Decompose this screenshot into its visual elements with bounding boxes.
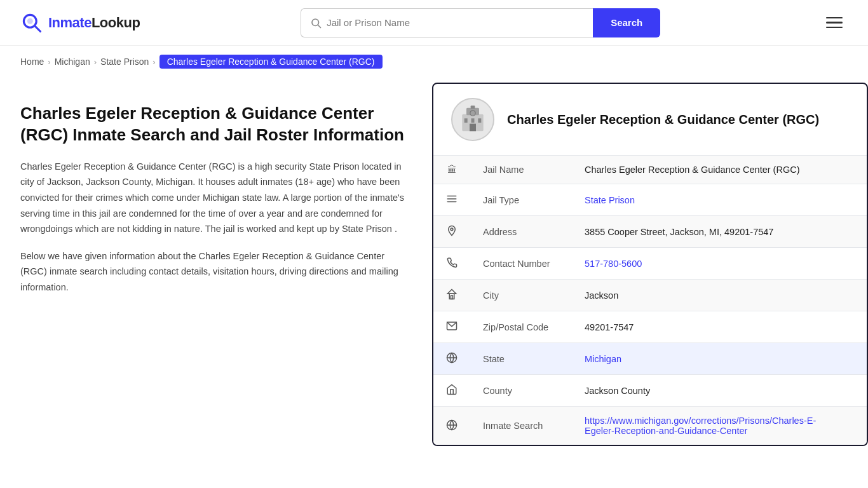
svg-marker-18	[447, 290, 456, 294]
search-icon	[310, 17, 322, 29]
row-value[interactable]: https://www.michigan.gov/corrections/Pri…	[572, 407, 867, 445]
row-label: Zip/Postal Code	[470, 311, 572, 343]
city-icon	[433, 280, 470, 311]
logo-text: InmateLookup	[48, 15, 140, 31]
row-value[interactable]: State Prison	[572, 184, 867, 216]
left-panel: Charles Egeler Reception & Guidance Cent…	[0, 78, 432, 446]
search-input-wrap	[301, 8, 593, 37]
search-globe-icon	[433, 407, 470, 445]
search-input[interactable]	[327, 17, 584, 28]
breadcrumb-sep: ›	[153, 57, 155, 67]
svg-rect-6	[466, 108, 479, 116]
phone-icon	[433, 248, 470, 280]
svg-line-1	[35, 25, 41, 31]
svg-point-3	[312, 19, 319, 26]
facility-logo	[451, 98, 494, 141]
row-label: County	[470, 375, 572, 407]
breadcrumb-michigan[interactable]: Michigan	[55, 57, 90, 67]
table-row: StateMichigan	[433, 343, 867, 375]
logo-icon	[20, 11, 43, 34]
breadcrumb-home[interactable]: Home	[20, 57, 44, 67]
location-icon	[433, 216, 470, 248]
table-row: Jail TypeState Prison	[433, 184, 867, 216]
main-content: Charles Egeler Reception & Guidance Cent…	[0, 78, 868, 471]
row-value: 3855 Cooper Street, Jackson, MI, 49201-7…	[572, 216, 867, 248]
table-row: 🏛Jail NameCharles Egeler Reception & Gui…	[433, 156, 867, 184]
svg-rect-11	[470, 124, 476, 132]
row-label: State	[470, 343, 572, 375]
jail-icon: 🏛	[433, 156, 470, 184]
row-value[interactable]: Michigan	[572, 343, 867, 375]
svg-rect-19	[449, 294, 454, 299]
row-value: Charles Egeler Reception & Guidance Cent…	[572, 156, 867, 184]
hamburger-line	[826, 17, 843, 19]
table-row: Contact Number517-780-5600	[433, 248, 867, 280]
row-value: 49201-7547	[572, 311, 867, 343]
row-value[interactable]: 517-780-5600	[572, 248, 867, 280]
table-row: Inmate Searchhttps://www.michigan.gov/co…	[433, 407, 867, 445]
table-row: CountyJackson County	[433, 375, 867, 407]
globe-icon	[433, 343, 470, 375]
svg-point-2	[27, 18, 33, 24]
table-row: Address3855 Cooper Street, Jackson, MI, …	[433, 216, 867, 248]
row-label: Contact Number	[470, 248, 572, 280]
row-label: City	[470, 280, 572, 311]
list-icon	[433, 184, 470, 216]
info-table: 🏛Jail NameCharles Egeler Reception & Gui…	[433, 156, 867, 445]
search-button[interactable]: Search	[593, 8, 660, 37]
hamburger-line	[826, 22, 843, 24]
hamburger-menu[interactable]	[821, 12, 848, 34]
svg-rect-9	[471, 118, 475, 123]
row-label: Inmate Search	[470, 407, 572, 445]
svg-point-17	[451, 228, 453, 231]
breadcrumb-sep: ›	[48, 57, 50, 67]
zip-icon	[433, 311, 470, 343]
right-panel: Charles Egeler Reception & Guidance Cent…	[432, 78, 868, 446]
logo-area: InmateLookup	[20, 11, 140, 34]
breadcrumb-state-prison[interactable]: State Prison	[100, 57, 149, 67]
card-title: Charles Egeler Reception & Guidance Cent…	[507, 111, 819, 128]
breadcrumb-sep: ›	[94, 57, 97, 67]
row-label: Jail Name	[470, 156, 572, 184]
county-icon	[433, 375, 470, 407]
table-row: Zip/Postal Code49201-7547	[433, 311, 867, 343]
row-label: Address	[470, 216, 572, 248]
building-icon	[457, 104, 489, 135]
header: InmateLookup Search	[0, 0, 868, 46]
breadcrumb-active: Charles Egeler Reception & Guidance Cent…	[159, 55, 383, 69]
description-paragraph-1: Charles Egeler Reception & Guidance Cent…	[20, 159, 407, 237]
row-value: Jackson County	[572, 375, 867, 407]
table-row: CityJackson	[433, 280, 867, 311]
card-header: Charles Egeler Reception & Guidance Cent…	[433, 84, 867, 156]
row-label: Jail Type	[470, 184, 572, 216]
svg-rect-10	[478, 118, 481, 123]
description-paragraph-2: Below we have given information about th…	[20, 248, 407, 295]
row-value: Jackson	[572, 280, 867, 311]
hamburger-line	[826, 27, 843, 29]
svg-rect-8	[465, 118, 468, 123]
svg-rect-20	[451, 295, 453, 299]
svg-rect-7	[471, 105, 475, 109]
info-card: Charles Egeler Reception & Guidance Cent…	[432, 83, 868, 446]
svg-line-4	[318, 25, 321, 27]
search-area: Search	[301, 8, 660, 37]
page-heading: Charles Egeler Reception & Guidance Cent…	[20, 103, 407, 146]
breadcrumb: Home › Michigan › State Prison › Charles…	[0, 46, 868, 78]
